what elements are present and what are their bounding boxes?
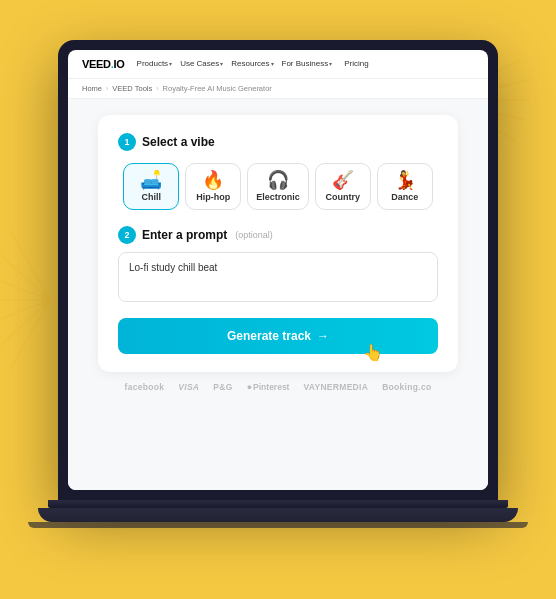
svg-line-9 — [10, 230, 50, 300]
breadcrumb-veed-tools[interactable]: VEED Tools — [112, 84, 152, 93]
section1-title: Select a vibe — [142, 135, 215, 149]
vibe-electronic[interactable]: 🎧 Electronic — [247, 163, 309, 210]
svg-line-14 — [0, 300, 50, 350]
vibe-dance-emoji: 💃 — [394, 171, 416, 189]
chevron-down-icon: ▾ — [271, 60, 274, 67]
vibe-hiphop-emoji: 🔥 — [202, 171, 224, 189]
vibe-hiphop[interactable]: 🔥 Hip-hop — [185, 163, 241, 210]
prompt-input[interactable] — [118, 252, 438, 302]
breadcrumb-separator: › — [106, 85, 108, 92]
generate-label: Generate track — [227, 329, 311, 343]
svg-line-11 — [0, 275, 50, 300]
nav-items: Products ▾ Use Cases ▾ Resources ▾ For B… — [137, 59, 369, 68]
breadcrumb-separator: › — [156, 85, 158, 92]
vibe-chill-label: Chill — [141, 192, 161, 202]
nav-item-pricing[interactable]: Pricing — [344, 59, 368, 68]
cursor-icon: 👆 — [363, 343, 383, 362]
section2-title: Enter a prompt — [142, 228, 227, 242]
nav-item-use-cases[interactable]: Use Cases ▾ — [180, 59, 223, 68]
logo-pinterest: ● Pinterest — [247, 382, 290, 392]
section2-number: 2 — [118, 226, 136, 244]
breadcrumb-home[interactable]: Home — [82, 84, 102, 93]
laptop-hinge — [48, 500, 508, 508]
laptop-container: VEED.IO Products ▾ Use Cases ▾ Resources… — [48, 40, 508, 560]
chevron-down-icon: ▾ — [169, 60, 172, 67]
nav-item-for-business[interactable]: For Business ▾ — [282, 59, 333, 68]
svg-line-10 — [0, 250, 50, 300]
section1-header: 1 Select a vibe — [118, 133, 438, 151]
vibe-hiphop-label: Hip-hop — [196, 192, 230, 202]
arrow-icon: → — [317, 329, 329, 343]
svg-line-15 — [10, 300, 50, 370]
vibe-dance[interactable]: 💃 Dance — [377, 163, 433, 210]
section1-number: 1 — [118, 133, 136, 151]
logo-visa: VISA — [178, 382, 199, 392]
vibe-chill[interactable]: 🛋️ Chill — [123, 163, 179, 210]
laptop-base — [38, 508, 518, 522]
logo-pg: P&G — [213, 382, 232, 392]
music-generator-card: 1 Select a vibe 🛋️ Chill 🔥 Hip-hop — [98, 115, 458, 372]
nav-item-products[interactable]: Products ▾ — [137, 59, 173, 68]
chevron-down-icon: ▾ — [220, 60, 223, 67]
logo-facebook: facebook — [125, 382, 165, 392]
vibe-electronic-label: Electronic — [256, 192, 300, 202]
vibe-electronic-emoji: 🎧 — [267, 171, 289, 189]
navbar: VEED.IO Products ▾ Use Cases ▾ Resources… — [68, 50, 488, 79]
section2-optional: (optional) — [235, 230, 273, 240]
vibe-country-label: Country — [326, 192, 361, 202]
vibe-country[interactable]: 🎸 Country — [315, 163, 371, 210]
breadcrumb-current: Royalty-Free AI Music Generator — [163, 84, 272, 93]
logos-bar: facebook VISA P&G ● Pinterest VAYNERMEDI… — [125, 372, 432, 396]
vibe-dance-label: Dance — [391, 192, 418, 202]
nav-item-resources[interactable]: Resources ▾ — [231, 59, 273, 68]
generate-track-button[interactable]: Generate track → 👆 — [118, 318, 438, 354]
svg-line-13 — [0, 300, 50, 325]
section2-header: 2 Enter a prompt (optional) — [118, 226, 438, 244]
breadcrumb: Home › VEED Tools › Royalty-Free AI Musi… — [68, 79, 488, 99]
laptop-foot — [28, 522, 528, 528]
vibe-country-emoji: 🎸 — [332, 171, 354, 189]
nav-logo: VEED.IO — [82, 58, 125, 70]
logo-vaynermedia: VAYNERMEDIA — [303, 382, 368, 392]
chevron-down-icon: ▾ — [329, 60, 332, 67]
logo-booking: Booking.co — [382, 382, 431, 392]
main-content: 1 Select a vibe 🛋️ Chill 🔥 Hip-hop — [68, 99, 488, 490]
laptop-screen: VEED.IO Products ▾ Use Cases ▾ Resources… — [68, 50, 488, 490]
laptop-bezel: VEED.IO Products ▾ Use Cases ▾ Resources… — [58, 40, 498, 500]
vibe-selector: 🛋️ Chill 🔥 Hip-hop 🎧 Electronic 🎸 — [118, 163, 438, 210]
vibe-chill-emoji: 🛋️ — [140, 171, 162, 189]
